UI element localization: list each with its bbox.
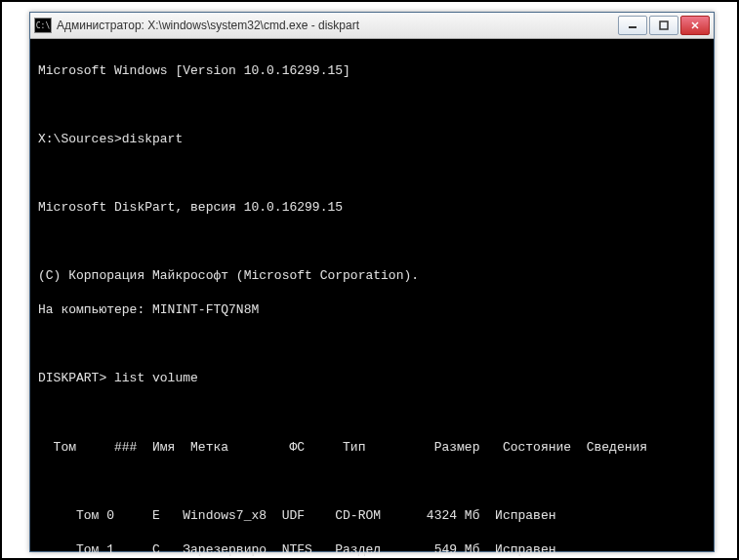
cmd-window: C:\ Администратор: X:\windows\system32\c… — [29, 12, 715, 552]
minimize-button[interactable] — [618, 16, 647, 35]
window-title: Администратор: X:\windows\system32\cmd.e… — [57, 19, 618, 32]
minimize-icon — [628, 20, 637, 30]
version-line: Microsoft Windows [Version 10.0.16299.15… — [38, 62, 706, 80]
blank — [38, 336, 706, 353]
copyright-line: (C) Корпорация Майкрософт (Microsoft Cor… — [38, 267, 706, 285]
maximize-button[interactable] — [649, 16, 678, 35]
table-header: Том ### Имя Метка ФС Тип Размер Состояни… — [38, 439, 706, 457]
cmd-icon: C:\ — [34, 18, 52, 33]
terminal-body[interactable]: Microsoft Windows [Version 10.0.16299.15… — [30, 39, 714, 560]
prompt-listvolume: DISKPART> list volume — [38, 370, 706, 387]
close-button[interactable] — [680, 16, 710, 35]
svg-rect-1 — [660, 21, 668, 29]
blank — [38, 165, 706, 182]
table-row: Том 1 C Зарезервиро NTFS Раздел 549 Мб И… — [38, 541, 706, 559]
table-row: Том 0 E Windows7_x8 UDF CD-ROM 4324 Мб И… — [38, 507, 706, 525]
close-icon — [690, 20, 700, 30]
maximize-icon — [659, 20, 669, 30]
diskpart-version: Microsoft DiskPart, версия 10.0.16299.15 — [38, 199, 706, 217]
blank — [38, 97, 706, 114]
blank — [38, 404, 706, 421]
computer-line: На компьютере: MININT-FTQ7N8M — [38, 301, 706, 319]
prompt-sources: X:\Sources>diskpart — [38, 131, 706, 148]
blank — [38, 233, 706, 251]
table-divider — [38, 473, 706, 491]
window-controls — [618, 16, 710, 35]
titlebar[interactable]: C:\ Администратор: X:\windows\system32\c… — [30, 13, 714, 39]
